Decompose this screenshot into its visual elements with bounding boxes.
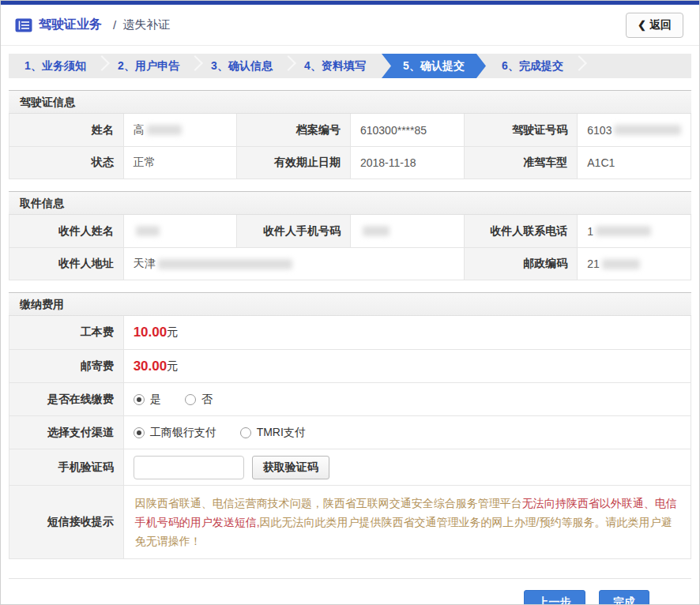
step-6-complete-submit[interactable]: 6、完成提交 (486, 54, 579, 78)
license-number-value: 6103 (577, 114, 691, 146)
sms-notice-label: 短信接收提示 (9, 486, 123, 558)
mailing-fee-label: 邮寄费 (9, 350, 123, 382)
recipient-address-value: 天津 (123, 248, 464, 280)
footer-actions: 上一步 完成 (9, 578, 691, 605)
table-row: 收件人姓名 收件人手机号码 收件人联系电话 1 (9, 215, 691, 247)
form-list-icon (15, 18, 32, 32)
vehicle-class-value: A1C1 (577, 147, 691, 178)
get-sms-code-button[interactable]: 获取验证码 (252, 456, 329, 479)
back-button[interactable]: ❮ 返回 (626, 13, 683, 38)
payment-section-title: 缴纳费用 (9, 292, 691, 316)
redaction-blur (602, 259, 640, 269)
production-fee-unit: 元 (167, 325, 178, 340)
radio-yes-icon[interactable] (134, 394, 145, 405)
table-row: 邮寄费 30.00元 (9, 349, 691, 382)
sms-notice-text: 因陕西省联通、电信运营商技术问题，陕西省互联网交通安全综合服务管理平台无法向持陕… (123, 486, 691, 558)
page: 驾驶证业务 / 遗失补证 ❮ 返回 1、业务须知 2、用户申告 3、确认信息 4… (0, 0, 700, 605)
file-number-value: 610300****85 (350, 114, 464, 146)
back-chevron-icon: ❮ (638, 19, 646, 31)
redaction-blur (614, 125, 681, 135)
mailing-fee-value: 30.00元 (123, 350, 691, 382)
license-number-label: 驾驶证号码 (464, 114, 578, 146)
breadcrumb-separator: / (113, 18, 116, 32)
pay-channel-option-icbc[interactable]: 工商银行支付 (134, 426, 216, 440)
name-value: 高 (123, 114, 237, 146)
table-row: 是否在线缴费 是 否 (9, 382, 691, 415)
notice-part-1: 因陕西省联通、电信运营商技术问题，陕西省互联网交通安全综合服务管理平台 (135, 497, 522, 509)
pay-channel-options: 工商银行支付 TMRI支付 (123, 416, 691, 449)
step-5-confirm-submit[interactable]: 5、确认提交 (382, 54, 486, 78)
status-value: 正常 (123, 147, 237, 178)
online-pay-no-label[interactable]: 否 (201, 393, 213, 407)
file-number-label: 档案编号 (236, 114, 350, 146)
recipient-address-value-text: 天津 (134, 257, 156, 271)
license-number-value-text: 6103 (587, 124, 612, 137)
previous-step-button[interactable]: 上一步 (524, 590, 585, 605)
production-fee-value: 10.00元 (123, 316, 691, 349)
table-row: 工本费 10.00元 (9, 316, 691, 349)
production-fee-amount: 10.00 (134, 325, 167, 340)
page-subtitle: 遗失补证 (122, 17, 170, 32)
breadcrumb: 驾驶证业务 / 遗失补证 (15, 17, 170, 33)
redaction-blur (596, 226, 651, 236)
table-row: 收件人地址 天津 邮政编码 21 (9, 247, 691, 280)
payment-table: 工本费 10.00元 邮寄费 30.00元 是否在线缴费 是 (9, 316, 691, 559)
recipient-name-label: 收件人姓名 (9, 215, 123, 247)
pay-channel-label: 选择支付渠道 (9, 416, 123, 449)
mailing-fee-unit: 元 (167, 359, 178, 374)
online-pay-label: 是否在线缴费 (9, 383, 123, 415)
back-button-label: 返回 (649, 18, 672, 32)
table-row: 短信接收提示 因陕西省联通、电信运营商技术问题，陕西省互联网交通安全综合服务管理… (9, 485, 691, 558)
payment-section: 缴纳费用 工本费 10.00元 邮寄费 30.00元 是否在线缴费 是 (9, 292, 691, 559)
radio-no-icon[interactable] (185, 394, 196, 405)
online-pay-yes-label[interactable]: 是 (150, 393, 161, 407)
name-label: 姓名 (9, 114, 123, 146)
pay-channel-option-tmri[interactable]: TMRI支付 (240, 426, 306, 440)
pay-channel-icbc-label[interactable]: 工商银行支付 (150, 426, 216, 440)
pickup-info-table: 收件人姓名 收件人手机号码 收件人联系电话 1 收件人地址 (9, 215, 691, 280)
postal-code-label: 邮政编码 (464, 248, 578, 280)
postal-code-value-text: 21 (587, 257, 600, 270)
pickup-info-section: 取件信息 收件人姓名 收件人手机号码 收件人联系电话 1 (9, 191, 691, 280)
recipient-mobile-value (350, 215, 464, 247)
sms-code-field: 获取验证码 (123, 449, 691, 485)
status-label: 状态 (9, 147, 123, 178)
redaction-blur (158, 259, 292, 269)
production-fee-label: 工本费 (9, 316, 123, 349)
finish-button[interactable]: 完成 (599, 590, 649, 605)
table-row: 状态 正常 有效期止日期 2018-11-18 准驾车型 A1C1 (9, 146, 691, 178)
recipient-phone-value: 1 (577, 215, 691, 247)
radio-tmri-icon[interactable] (240, 427, 251, 438)
table-row: 手机验证码 获取验证码 (9, 449, 691, 485)
postal-code-value: 21 (577, 248, 691, 280)
table-row: 选择支付渠道 工商银行支付 TMRI支付 (9, 415, 691, 449)
step-bar-filler (579, 54, 691, 78)
sms-code-input[interactable] (134, 456, 244, 479)
table-row: 姓名 高 档案编号 610300****85 驾驶证号码 6103 (9, 114, 691, 146)
step-4-fill-materials[interactable]: 4、资料填写 (288, 54, 382, 78)
recipient-address-label: 收件人地址 (9, 248, 123, 280)
recipient-phone-value-text: 1 (587, 225, 593, 238)
recipient-mobile-label: 收件人手机号码 (236, 215, 350, 247)
mailing-fee-amount: 30.00 (134, 359, 167, 374)
page-title: 驾驶证业务 (39, 17, 102, 33)
license-info-table: 姓名 高 档案编号 610300****85 驾驶证号码 6103 状态 正常 … (9, 114, 691, 179)
pay-channel-tmri-label[interactable]: TMRI支付 (257, 426, 306, 440)
step-1-business-notice[interactable]: 1、业务须知 (9, 54, 102, 78)
recipient-name-value (123, 215, 237, 247)
license-info-section: 驾驶证信息 姓名 高 档案编号 610300****85 驾驶证号码 6103 … (9, 90, 691, 179)
name-value-text: 高 (134, 123, 145, 137)
step-2-user-declaration[interactable]: 2、用户申告 (102, 54, 195, 78)
online-pay-option-yes[interactable]: 是 (134, 393, 161, 407)
valid-until-label: 有效期止日期 (236, 147, 350, 178)
redaction-blur (136, 226, 160, 236)
license-section-title: 驾驶证信息 (9, 90, 691, 114)
online-pay-option-no[interactable]: 否 (185, 393, 213, 407)
redaction-blur (363, 226, 390, 236)
step-3-confirm-info[interactable]: 3、确认信息 (195, 54, 288, 78)
vehicle-class-label: 准驾车型 (464, 147, 578, 178)
online-pay-options: 是 否 (123, 383, 691, 415)
pickup-section-title: 取件信息 (9, 191, 691, 215)
radio-icbc-icon[interactable] (134, 427, 145, 438)
valid-until-value: 2018-11-18 (350, 147, 464, 178)
